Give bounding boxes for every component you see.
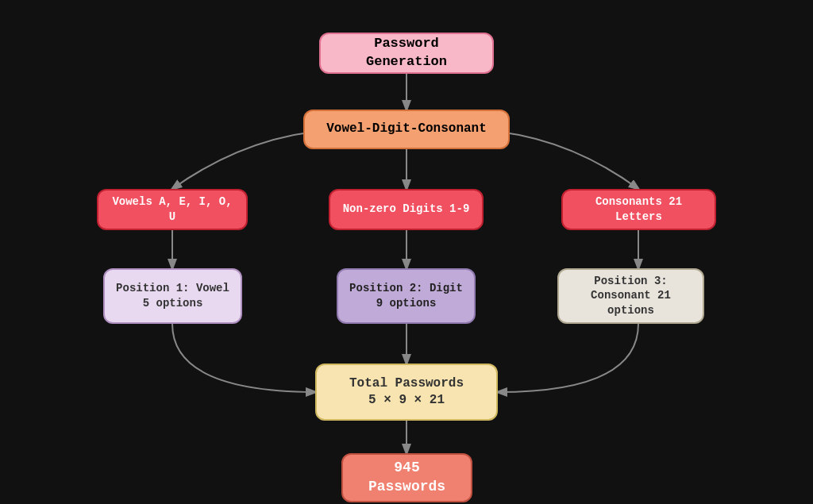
- pos1-label: Position 1: Vowel 5 options: [116, 281, 229, 310]
- pos2-node: Position 2: Digit 9 options: [337, 268, 476, 324]
- vowel-digit-consonant-node: Vowel-Digit-Consonant: [303, 110, 510, 149]
- password-gen-node: Password Generation: [319, 33, 494, 74]
- pos1-node: Position 1: Vowel 5 options: [103, 268, 242, 324]
- vowels-node: Vowels A, E, I, O, U: [97, 189, 248, 230]
- pos2-label: Position 2: Digit 9 options: [349, 281, 463, 310]
- consonants-node: Consonants 21 Letters: [561, 189, 716, 230]
- pos3-label: Position 3: Consonant 21 options: [570, 274, 692, 317]
- vowels-label: Vowels A, E, I, O, U: [110, 194, 235, 223]
- pos3-node: Position 3: Consonant 21 options: [557, 268, 704, 324]
- total-label: Total Passwords5 × 9 × 21: [349, 375, 464, 409]
- diagram: Password Generation Vowel-Digit-Consonan…: [49, 18, 764, 487]
- vowel-digit-consonant-label: Vowel-Digit-Consonant: [326, 121, 487, 137]
- total-node: Total Passwords5 × 9 × 21: [315, 364, 498, 421]
- nonzero-digits-label: Non-zero Digits 1-9: [343, 202, 470, 216]
- result-node: 945Passwords: [341, 453, 472, 502]
- consonants-label: Consonants 21 Letters: [574, 194, 703, 223]
- nonzero-digits-node: Non-zero Digits 1-9: [329, 189, 484, 230]
- result-label: 945Passwords: [368, 459, 445, 496]
- password-gen-label: Password Generation: [332, 35, 481, 70]
